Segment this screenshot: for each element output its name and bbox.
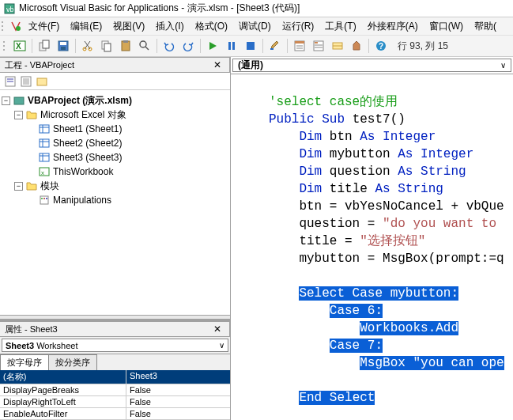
pause-icon[interactable] [223,37,240,55]
project-tree[interactable]: − VBAProject (演示.xlsm) − Microsoft Excel… [0,90,230,315]
copy-icon[interactable] [98,37,115,55]
svg-rect-20 [232,42,235,50]
svg-text:vb: vb [6,6,14,13]
paste-icon[interactable] [117,37,134,55]
undo-icon[interactable] [160,37,178,55]
project-pane-close[interactable]: ✕ [210,59,224,70]
find-icon[interactable] [136,37,153,55]
menu-addins[interactable]: 外接程序(A) [363,18,423,35]
cursor-position: 行 93, 列 15 [398,40,448,53]
prop-row[interactable]: EnableAutoFilterFalse [0,408,230,420]
tree-excel-folder[interactable]: − Microsoft Excel 对象 [2,108,228,122]
menu-bar: 文件(F) 编辑(E) 视图(V) 插入(I) 格式(O) 调试(D) 运行(R… [0,17,513,35]
menu-insert[interactable]: 插入(I) [151,18,188,35]
sheet-icon [38,138,51,149]
svg-rect-19 [228,42,231,50]
run-icon[interactable] [204,37,221,55]
design-mode-icon[interactable] [266,37,284,55]
menu-view[interactable]: 视图(V) [108,18,149,35]
stop-icon[interactable] [242,37,259,55]
tree-module-manipulations[interactable]: Manipulations [2,193,228,207]
tree-sheet1[interactable]: Sheet1 (Sheet1) [2,122,228,136]
collapse-icon[interactable]: − [2,96,10,105]
svg-rect-13 [104,44,111,51]
props-grid[interactable]: (名称)Sheet3 DisplayPageBreaksFalse Displa… [0,370,230,420]
svg-text:X: X [16,42,21,51]
svg-rect-39 [23,78,29,85]
workbook-icon: x [38,166,51,177]
svg-point-54 [41,198,43,199]
tree-sheet2[interactable]: Sheet2 (Sheet2) [2,136,228,150]
project-pane-title: 工程 - VBAProject ✕ [0,57,230,73]
code-editor[interactable]: 'select case的使用 Public Sub test7() Dim b… [231,74,513,420]
app-icon: vb [3,2,16,15]
props-object-select[interactable]: Sheet3 Worksheet ∨ [2,339,228,352]
menu-help[interactable]: 帮助( [470,18,501,35]
props-tab-alpha[interactable]: 按字母序 [0,354,49,370]
prop-row[interactable]: DisplayPageBreaksFalse [0,384,230,396]
view-code-icon[interactable] [3,74,17,89]
svg-rect-21 [247,42,255,50]
cut-icon[interactable] [79,37,96,55]
help-icon[interactable]: ? [372,37,390,55]
sheet-icon [38,123,51,134]
toggle-folders-icon[interactable] [35,74,49,89]
folder-icon [25,109,38,120]
view-object-icon[interactable] [19,74,33,89]
properties-icon[interactable] [310,37,327,55]
svg-rect-15 [123,40,128,43]
svg-rect-41 [14,97,24,104]
dropdown-icon: ∨ [219,341,224,350]
object-browser-icon[interactable] [329,37,346,55]
svg-text:x: x [41,169,44,176]
prop-row[interactable]: DisplayRightToLeftFalse [0,396,230,408]
collapse-icon[interactable]: − [14,182,23,191]
collapse-icon[interactable]: − [14,111,23,119]
svg-rect-42 [40,125,49,133]
toolbar: X ? 行 93, 列 15 [0,35,513,57]
menu-file[interactable]: 文件(F) [24,18,64,35]
vba-icon[interactable] [9,20,22,32]
svg-rect-28 [315,42,318,44]
tree-modules-folder[interactable]: − 模块 [2,179,228,193]
menu-debug[interactable]: 调试(D) [234,18,276,35]
insert-icon[interactable] [36,37,53,55]
svg-text:?: ? [379,42,383,51]
svg-point-2 [16,26,21,31]
menu-run[interactable]: 运行(R) [277,18,319,35]
svg-rect-22 [270,48,273,50]
dropdown-icon: ∨ [500,61,506,70]
props-close[interactable]: ✕ [210,324,224,335]
redo-icon[interactable] [179,37,197,55]
svg-rect-48 [40,153,49,161]
module-icon [38,195,51,206]
props-tab-category[interactable]: 按分类序 [48,354,97,370]
svg-rect-24 [295,41,304,44]
menu-window[interactable]: 窗口(W) [424,18,468,35]
menu-edit[interactable]: 编辑(E) [66,18,107,35]
menubar-grip[interactable] [2,20,6,32]
toolbox-icon[interactable] [348,37,365,55]
project-explorer-icon[interactable] [291,37,308,55]
project-tools [0,73,230,90]
svg-rect-53 [40,196,48,204]
svg-rect-9 [61,47,66,50]
tree-project-root[interactable]: − VBAProject (演示.xlsm) [2,93,228,108]
svg-rect-8 [60,42,66,45]
props-title: 属性 - Sheet3 ✕ [0,321,230,337]
menu-format[interactable]: 格式(O) [190,18,232,35]
save-icon[interactable] [55,37,72,55]
code-object-select[interactable]: (通用) ∨ [232,59,511,72]
tree-sheet3[interactable]: Sheet3 (Sheet3) [2,150,228,165]
svg-rect-45 [40,139,49,147]
excel-icon[interactable]: X [11,37,28,55]
toolbar-grip[interactable] [3,40,8,52]
svg-marker-18 [209,42,217,50]
svg-line-17 [145,47,149,50]
tree-thisworkbook[interactable]: x ThisWorkbook [2,165,228,179]
properties-pane: 属性 - Sheet3 ✕ Sheet3 Worksheet ∨ 按字母序 按分… [0,320,230,420]
svg-rect-40 [37,78,47,85]
project-icon [13,95,25,106]
menu-tools[interactable]: 工具(T) [320,18,360,35]
svg-point-55 [43,198,45,199]
